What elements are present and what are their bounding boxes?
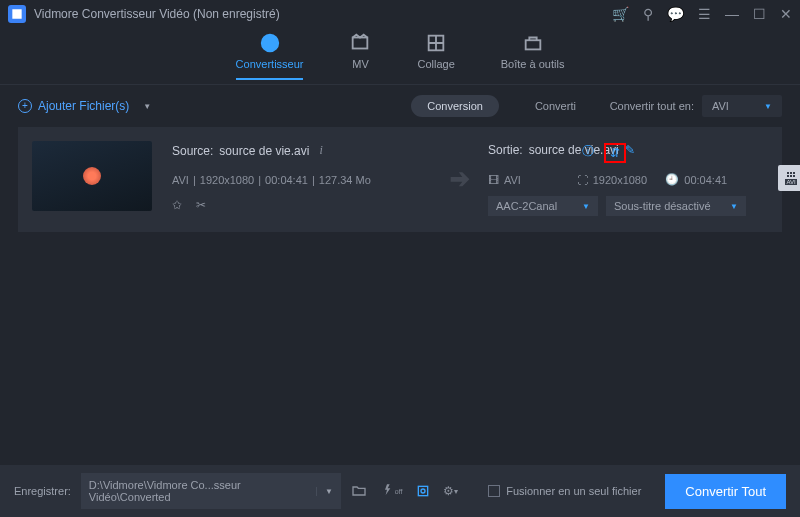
info-icon[interactable]: i bbox=[319, 143, 322, 158]
source-format: AVI bbox=[172, 174, 189, 186]
subtitle-dropdown[interactable]: Sous-titre désactivé ▼ bbox=[606, 196, 746, 216]
video-thumbnail[interactable] bbox=[32, 141, 152, 211]
feedback-icon[interactable]: 💬 bbox=[667, 6, 684, 22]
rename-icon[interactable]: ✎ bbox=[625, 143, 635, 157]
add-file-label: Ajouter Fichier(s) bbox=[38, 99, 129, 113]
title-bar: Vidmore Convertisseur Vidéo (Non enregis… bbox=[0, 0, 800, 28]
subtab-conversion[interactable]: Conversion bbox=[411, 95, 499, 117]
maximize-icon[interactable]: ☐ bbox=[753, 6, 766, 22]
tab-toolbox-label: Boîte à outils bbox=[501, 58, 565, 70]
source-resolution: 1920x1080 bbox=[200, 174, 254, 186]
tab-mv-label: MV bbox=[352, 58, 369, 70]
resolution-icon: ⛶ bbox=[577, 174, 588, 186]
svg-rect-3 bbox=[525, 40, 540, 49]
output-profile-button[interactable]: AVI bbox=[778, 165, 800, 191]
tab-toolbox[interactable]: Boîte à outils bbox=[501, 32, 565, 80]
output-format-value: AVI bbox=[712, 100, 729, 112]
tab-collage-label: Collage bbox=[417, 58, 454, 70]
chevron-down-icon: ▼ bbox=[316, 487, 333, 496]
output-path-value: D:\Vidmore\Vidmore Co...sseur Vidéo\Conv… bbox=[89, 479, 316, 503]
settings-icon[interactable]: ⚙▾ bbox=[443, 484, 458, 498]
tab-mv[interactable]: MV bbox=[349, 32, 371, 80]
save-to-label: Enregistrer: bbox=[14, 485, 71, 497]
subtab-converted[interactable]: Converti bbox=[519, 95, 592, 117]
item-info-icon[interactable]: ⓘ bbox=[582, 143, 594, 163]
conversion-item: Source: source de vie.avi i AVI| 1920x10… bbox=[18, 127, 782, 232]
convert-all-button[interactable]: Convertir Tout bbox=[665, 474, 786, 509]
svg-rect-4 bbox=[418, 486, 427, 495]
menu-icon[interactable]: ☰ bbox=[698, 6, 711, 22]
tab-collage[interactable]: Collage bbox=[417, 32, 454, 80]
minimize-icon[interactable]: — bbox=[725, 6, 739, 22]
output-format-dropdown[interactable]: AVI ▼ bbox=[702, 95, 782, 117]
compress-icon[interactable]: ⇵ bbox=[604, 143, 626, 163]
source-size: 127.34 Mo bbox=[319, 174, 371, 186]
source-duration: 00:04:41 bbox=[265, 174, 308, 186]
chevron-down-icon: ▼ bbox=[730, 202, 738, 211]
key-icon[interactable]: ⚲ bbox=[643, 6, 653, 22]
profile-format-label: AVI bbox=[785, 179, 796, 185]
merge-checkbox[interactable]: Fusionner en un seul fichier bbox=[488, 485, 641, 497]
top-nav: Convertisseur MV Collage Boîte à outils bbox=[0, 28, 800, 80]
chevron-down-icon: ▼ bbox=[143, 102, 151, 111]
output-label: Sortie: bbox=[488, 143, 523, 157]
output-path-dropdown[interactable]: D:\Vidmore\Vidmore Co...sseur Vidéo\Conv… bbox=[81, 473, 341, 509]
chevron-down-icon: ▼ bbox=[764, 102, 772, 111]
edit-icon[interactable]: ✩ bbox=[172, 198, 182, 212]
collage-icon bbox=[425, 32, 447, 54]
open-folder-icon[interactable] bbox=[351, 483, 367, 499]
mv-icon bbox=[349, 32, 371, 54]
gpu-icon[interactable] bbox=[415, 483, 431, 499]
add-file-button[interactable]: + Ajouter Fichier(s) ▼ bbox=[18, 99, 151, 113]
plus-circle-icon: + bbox=[18, 99, 32, 113]
out-format: AVI bbox=[504, 174, 521, 186]
film-icon: 🎞 bbox=[488, 174, 499, 186]
close-icon[interactable]: ✕ bbox=[780, 6, 792, 22]
window-title: Vidmore Convertisseur Vidéo (Non enregis… bbox=[34, 7, 280, 21]
svg-rect-1 bbox=[353, 38, 368, 49]
merge-label: Fusionner en un seul fichier bbox=[506, 485, 641, 497]
checkbox-icon bbox=[488, 485, 500, 497]
tab-converter-label: Convertisseur bbox=[236, 58, 304, 70]
audio-value: AAC-2Canal bbox=[496, 200, 557, 212]
tab-converter[interactable]: Convertisseur bbox=[236, 32, 304, 80]
chevron-down-icon: ▼ bbox=[582, 202, 590, 211]
cut-icon[interactable]: ✂ bbox=[196, 198, 206, 212]
source-label: Source: bbox=[172, 144, 213, 158]
toolbox-icon bbox=[522, 32, 544, 54]
convert-all-label: Convertir tout en: bbox=[610, 100, 694, 112]
source-filename: source de vie.avi bbox=[219, 144, 309, 158]
hw-accel-icon[interactable]: off bbox=[379, 483, 403, 499]
svg-point-5 bbox=[421, 489, 425, 493]
clock-icon: 🕘 bbox=[665, 173, 679, 186]
sub-bar: + Ajouter Fichier(s) ▼ Conversion Conver… bbox=[0, 84, 800, 127]
arrow-icon bbox=[440, 141, 480, 191]
audio-dropdown[interactable]: AAC-2Canal ▼ bbox=[488, 196, 598, 216]
subtitle-value: Sous-titre désactivé bbox=[614, 200, 711, 212]
out-resolution: 1920x1080 bbox=[593, 174, 647, 186]
converter-icon bbox=[259, 32, 281, 54]
bottom-bar: Enregistrer: D:\Vidmore\Vidmore Co...sse… bbox=[0, 465, 800, 517]
app-logo-icon bbox=[8, 5, 26, 23]
out-duration: 00:04:41 bbox=[684, 174, 727, 186]
cart-icon[interactable]: 🛒 bbox=[612, 6, 629, 22]
thumbnail-image bbox=[83, 167, 101, 185]
